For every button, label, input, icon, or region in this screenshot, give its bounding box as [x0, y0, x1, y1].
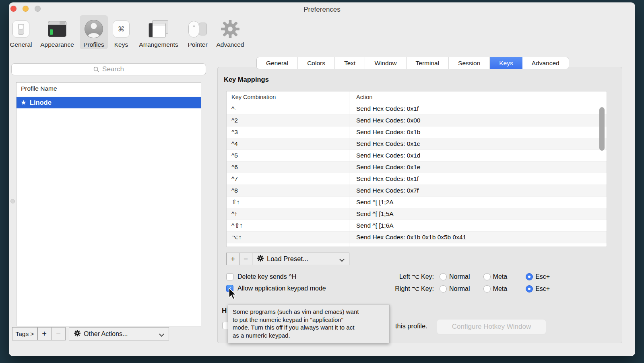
hotkey-text: this profile. — [395, 322, 427, 330]
key-combination-cell: ^7 — [227, 175, 349, 183]
key-combination-cell: ^↑ — [227, 210, 349, 218]
table-row[interactable]: ^2 Send Hex Codes: 0x00 — [227, 115, 607, 127]
action-cell: Send ^[ [1;6A — [356, 222, 596, 229]
profile-tab-bar: GeneralColorsTextWindowTerminalSessionKe… — [256, 57, 569, 69]
mouse-cursor-icon — [228, 288, 237, 300]
profile-list: Profile Name ★ Linode — [16, 82, 201, 326]
gear-icon — [257, 255, 264, 263]
table-row[interactable]: ^6 Send Hex Codes: 0x1e — [227, 162, 607, 173]
keys-icon: ⌘ — [113, 19, 130, 39]
table-row[interactable]: ^8 Send Hex Codes: 0x7f — [227, 185, 607, 197]
radio-group-row: Left ⌥ Key: Normal Meta Esc+ — [381, 273, 550, 280]
table-row[interactable]: ^⇧↑ Send ^[ [1;6A — [227, 220, 607, 232]
key-combination-cell: ^5 — [227, 152, 349, 159]
profiles-icon — [85, 19, 103, 39]
remove-profile-button[interactable]: − — [51, 327, 66, 340]
toolbar-item-advanced[interactable]: Advanced — [213, 15, 248, 49]
toolbar-item-profiles[interactable]: Profiles — [80, 15, 108, 49]
action-cell: Send ^[ [1;2A — [356, 199, 596, 206]
tab-window[interactable]: Window — [365, 57, 406, 69]
configure-hotkey-window-button[interactable]: Configure Hotkey Window — [437, 319, 546, 334]
pointer-icon — [188, 19, 207, 39]
table-row[interactable]: ⇧↑ Send ^[ [1;2A — [227, 197, 607, 208]
toolbar-item-general[interactable]: General — [8, 15, 34, 49]
star-icon: ★ — [21, 99, 27, 106]
radio-option-esc[interactable]: Esc+ — [526, 285, 550, 292]
radio-option-normal[interactable]: Normal — [440, 285, 470, 292]
tab-colors[interactable]: Colors — [298, 57, 335, 69]
profile-name: Linode — [30, 99, 52, 106]
table-row[interactable]: ⌥↑ Send Hex Codes: 0x1b 0x1b 0x5b 0x41 — [227, 232, 607, 243]
action-cell: Send ^[ [1;5A — [356, 210, 596, 218]
table-row[interactable]: ^7 Send Hex Codes: 0x1f — [227, 173, 607, 185]
profile-row-linode[interactable]: ★ Linode — [17, 97, 201, 108]
action-cell: Send Hex Codes: 0x7f — [356, 187, 596, 194]
action-cell: Send Hex Codes: 0x1c — [356, 140, 596, 147]
splitter-dot[interactable] — [10, 199, 15, 203]
key-combination-cell: ^3 — [227, 129, 349, 136]
key-mappings-table[interactable]: Key Combination Action ^- Send Hex Codes… — [226, 91, 607, 247]
table-row[interactable]: ^↑ Send ^[ [1;5A — [227, 208, 607, 220]
action-cell: Send Hex Codes: 0x1e — [356, 164, 596, 171]
chevron-down-icon — [340, 257, 344, 261]
toolbar-item-appearance[interactable]: Appearance — [37, 15, 77, 49]
arrangements-icon — [149, 19, 169, 39]
radio-option-meta[interactable]: Meta — [483, 285, 508, 292]
radio[interactable] — [440, 273, 447, 280]
column-divider — [193, 83, 193, 95]
other-actions-dropdown[interactable]: Other Actions... — [69, 327, 169, 340]
toolbar-item-pointer[interactable]: Pointer — [184, 15, 211, 49]
scrollbar-divider — [598, 91, 598, 247]
key-combination-cell: ⇧↑ — [227, 199, 349, 206]
radio-selected[interactable] — [526, 285, 533, 292]
tooltip-line: to put the numeric keypad in "applicatio… — [233, 316, 385, 324]
search-placeholder: Search — [102, 65, 124, 73]
tab-session[interactable]: Session — [449, 57, 490, 69]
column-action: Action — [356, 94, 372, 100]
toolbar-item-keys[interactable]: ⌘ Keys — [110, 15, 132, 49]
table-row[interactable]: ^3 Send Hex Codes: 0x1b — [227, 127, 607, 138]
column-divider — [349, 91, 349, 247]
radio-selected[interactable] — [526, 273, 533, 280]
action-cell: Send Hex Codes: 0x1f — [356, 105, 596, 112]
search-icon — [93, 66, 99, 73]
profile-list-column-header[interactable]: Profile Name — [17, 83, 201, 95]
toolbar-item-arrangements[interactable]: Arrangements — [133, 15, 184, 49]
appearance-icon — [48, 19, 66, 39]
tab-keys[interactable]: Keys — [490, 57, 522, 69]
add-mapping-button[interactable]: + — [226, 253, 239, 265]
key-mappings-heading: Key Mappings — [224, 76, 269, 83]
key-combination-cell: ⌥↑ — [227, 234, 349, 241]
checkbox[interactable] — [226, 273, 233, 280]
column-key-combination: Key Combination — [227, 94, 276, 100]
tags-button[interactable]: Tags > — [12, 327, 37, 340]
radio-option-normal[interactable]: Normal — [440, 273, 470, 280]
table-header[interactable]: Key Combination Action — [227, 91, 607, 103]
gear-icon — [221, 19, 239, 39]
add-profile-button[interactable]: + — [37, 327, 51, 340]
table-row[interactable]: ^5 Send Hex Codes: 0x1d — [227, 150, 607, 162]
table-scrollbar[interactable] — [599, 107, 605, 151]
checkbox-row[interactable]: ✓ Allow application keypad mode — [226, 285, 326, 292]
tab-terminal[interactable]: Terminal — [407, 57, 449, 69]
table-row[interactable]: ^4 Send Hex Codes: 0x1c — [227, 138, 607, 150]
checkbox-row[interactable]: Delete key sends ^H — [226, 273, 326, 280]
hotkey-heading-fragment: H — [222, 307, 227, 315]
radio-group-row: Right ⌥ Key: Normal Meta Esc+ — [381, 285, 550, 292]
tab-general[interactable]: General — [257, 57, 298, 69]
radio[interactable] — [483, 285, 491, 292]
radio[interactable] — [483, 273, 491, 280]
key-combination-cell: ^4 — [227, 140, 349, 147]
remove-mapping-button[interactable]: − — [239, 253, 252, 265]
load-preset-dropdown[interactable]: Load Preset... — [252, 253, 349, 265]
radio-option-esc[interactable]: Esc+ — [526, 273, 550, 280]
search-input[interactable]: Search — [11, 63, 206, 75]
tab-advanced[interactable]: Advanced — [522, 57, 569, 69]
action-cell: Send Hex Codes: 0x1d — [356, 152, 596, 159]
tab-text[interactable]: Text — [335, 57, 365, 69]
radio-option-meta[interactable]: Meta — [483, 273, 508, 280]
table-row[interactable]: ^- Send Hex Codes: 0x1f — [227, 103, 607, 115]
key-combination-cell: ^8 — [227, 187, 349, 194]
radio[interactable] — [440, 285, 447, 292]
key-combination-cell: ^2 — [227, 117, 349, 124]
